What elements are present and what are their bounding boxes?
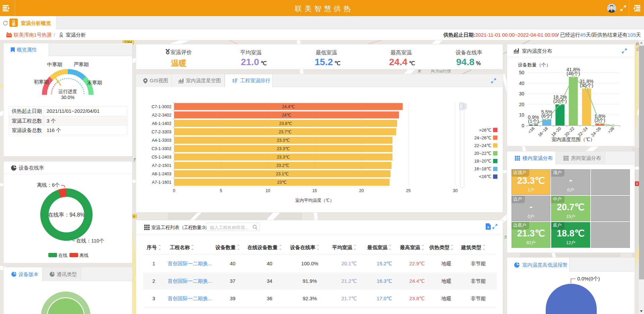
- svg-text:>26℃: >26℃: [479, 128, 491, 133]
- svg-text:A8-1-2403: A8-1-2403: [152, 172, 171, 176]
- svg-text:5: 5: [220, 188, 222, 193]
- svg-text:23.1℃: 23.1℃: [276, 172, 289, 176]
- svg-text:20~22: 20~22: [564, 126, 576, 138]
- svg-text:A2-2-3402: A2-2-3402: [152, 113, 171, 118]
- svg-text:30.0%: 30.0%: [61, 95, 74, 100]
- svg-text:10: 10: [265, 188, 270, 193]
- svg-text:23.8℃: 23.8℃: [279, 121, 292, 126]
- svg-text:<16℃: <16℃: [479, 174, 491, 179]
- svg-text:24.4℃: 24.4℃: [282, 104, 295, 109]
- svg-text:A4-1-3303: A4-1-3303: [152, 138, 171, 143]
- svg-text:23.3℃: 23.3℃: [277, 146, 289, 151]
- svg-text:20: 20: [519, 102, 524, 107]
- svg-text:中寒期: 中寒期: [47, 61, 62, 67]
- svg-text:0: 0: [522, 123, 524, 128]
- svg-text:(6个): (6个): [541, 113, 552, 119]
- svg-text:设备数量（个）: 设备数量（个）: [518, 62, 551, 68]
- svg-text:15: 15: [312, 188, 317, 193]
- svg-text:18~20℃: 18~20℃: [474, 159, 491, 164]
- svg-text:23.3℃: 23.3℃: [277, 138, 289, 143]
- svg-text:离线: 离线: [79, 253, 89, 258]
- svg-text:22~24: 22~24: [577, 126, 589, 138]
- svg-text:16~18: 16~18: [537, 126, 549, 138]
- svg-text:20~22℃: 20~22℃: [474, 151, 491, 156]
- svg-text:0.0%(0个): 0.0%(0个): [577, 276, 600, 281]
- svg-text:50: 50: [519, 70, 524, 75]
- svg-text:<16: <16: [527, 126, 536, 134]
- svg-text:23℃: 23℃: [277, 180, 286, 185]
- svg-text:16~18℃: 16~18℃: [474, 166, 491, 171]
- svg-text:室内温度范围（℃）: 室内温度范围（℃）: [551, 137, 595, 142]
- svg-text:40: 40: [519, 81, 524, 86]
- svg-text:严寒期: 严寒期: [74, 61, 89, 67]
- svg-text:室内平均温度（℃）: 室内平均温度（℃）: [295, 198, 334, 203]
- svg-text:23.2℃: 23.2℃: [276, 163, 289, 168]
- svg-text:A7-1-1601: A7-1-1601: [152, 180, 171, 185]
- svg-text:25: 25: [406, 188, 411, 193]
- svg-text:(46个): (46个): [567, 71, 580, 76]
- svg-text:C3-1-3302: C3-1-3302: [152, 146, 171, 151]
- svg-text:>26: >26: [607, 126, 615, 134]
- svg-text:8: 8: [636, 182, 638, 186]
- svg-text:(1个): (1个): [528, 119, 539, 124]
- svg-text:A7-2-1501: A7-2-1501: [152, 163, 171, 168]
- svg-text:0: 0: [173, 188, 175, 193]
- svg-text:C5-1-2403: C5-1-2403: [152, 155, 171, 160]
- svg-text:在线率：94.8%: 在线率：94.8%: [48, 212, 85, 218]
- svg-text:x: x: [487, 225, 489, 229]
- svg-text:20: 20: [359, 188, 364, 193]
- svg-text:(20个): (20个): [553, 98, 567, 104]
- svg-text:在线: 在线: [58, 253, 67, 258]
- svg-text:在线：110个: 在线：110个: [76, 238, 104, 243]
- svg-text:C7-2-3303: C7-2-3303: [152, 130, 171, 134]
- svg-text:23.3℃: 23.3℃: [277, 155, 289, 160]
- svg-text:30: 30: [453, 188, 458, 193]
- svg-text:(2个): (2个): [594, 118, 605, 123]
- svg-text:C7-1-3002: C7-1-3002: [152, 104, 171, 109]
- svg-text:24℃: 24℃: [282, 113, 291, 118]
- svg-text:23.7℃: 23.7℃: [279, 130, 291, 134]
- svg-text:(35个): (35个): [580, 83, 593, 88]
- svg-text:A6-1-1402: A6-1-1402: [152, 121, 171, 126]
- svg-text:22~24℃: 22~24℃: [474, 143, 491, 148]
- svg-text:离线：6个: 离线：6个: [37, 182, 60, 188]
- svg-text:24~26℃: 24~26℃: [474, 135, 491, 140]
- svg-text:10: 10: [519, 112, 524, 118]
- svg-text:初寒期: 初寒期: [34, 79, 49, 85]
- svg-text:米: 米: [418, 69, 422, 74]
- svg-text:18~20: 18~20: [550, 126, 562, 138]
- svg-text:末寒期: 末寒期: [87, 80, 102, 85]
- svg-text:24~26: 24~26: [590, 126, 602, 138]
- svg-text:30: 30: [519, 91, 524, 96]
- svg-text:运行进度: 运行进度: [58, 89, 77, 94]
